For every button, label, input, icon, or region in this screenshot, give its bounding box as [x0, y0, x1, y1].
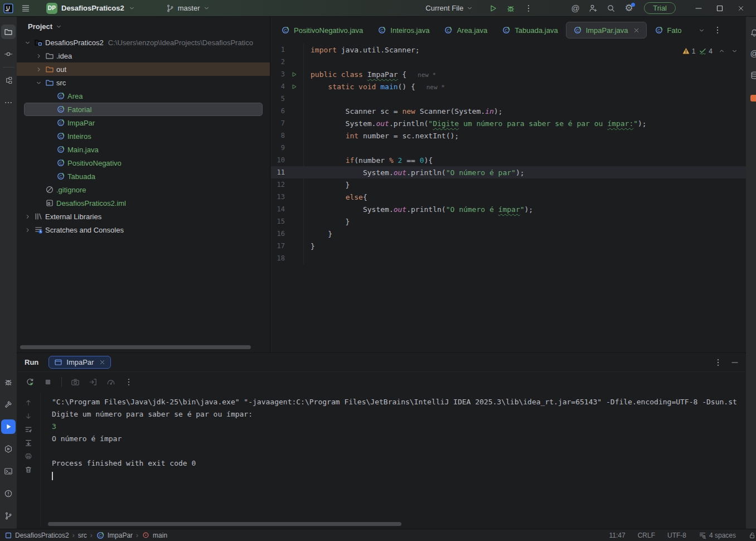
stop-button[interactable]	[43, 378, 52, 387]
run-button[interactable]	[486, 2, 500, 15]
editor-tab[interactable]: CArea.java	[437, 22, 494, 38]
run-tab[interactable]: ImpaPar	[49, 356, 111, 369]
code-line[interactable]: 14 System.out.println("O número é ímpar"…	[271, 203, 746, 215]
chevron-right-icon[interactable]	[24, 226, 34, 234]
previous-problem-icon[interactable]	[718, 47, 725, 55]
code-line[interactable]: 11 System.out.println("O número é par");	[271, 166, 746, 178]
tab-options-kebab-icon[interactable]	[713, 26, 722, 35]
chevron-right-icon[interactable]	[35, 52, 45, 60]
run-panel-options-icon[interactable]	[714, 358, 723, 367]
build-toolwindow-button[interactable]	[1, 397, 16, 412]
inspections-widget[interactable]: 1 4	[682, 47, 738, 55]
project-horizontal-scrollbar[interactable]	[20, 345, 251, 349]
tree-row[interactable]: DesafiosPraticos2.iml	[17, 196, 270, 210]
console-horizontal-scrollbar[interactable]	[48, 522, 401, 526]
readonly-lock-icon[interactable]	[748, 532, 756, 539]
tree-row[interactable]: src	[17, 76, 270, 89]
code-line[interactable]: 12 }	[271, 178, 746, 191]
structure-toolwindow-button[interactable]	[1, 73, 16, 88]
project-toolwindow-button[interactable]	[1, 25, 16, 39]
debug-toolwindow-button[interactable]	[1, 375, 16, 389]
terminal-toolwindow-button[interactable]	[1, 464, 16, 479]
scroll-to-end-icon[interactable]	[25, 439, 32, 447]
search-everywhere-button[interactable]	[604, 2, 618, 15]
clear-console-icon[interactable]	[25, 466, 32, 474]
code-with-me-button[interactable]	[586, 2, 600, 15]
commit-toolwindow-button[interactable]	[1, 47, 16, 61]
close-run-tab-icon[interactable]	[99, 359, 105, 365]
code-line[interactable]: 10 if(number % 2 == 0){	[271, 154, 746, 166]
code-line[interactable]: 16 }	[271, 228, 746, 240]
next-problem-icon[interactable]	[731, 47, 738, 55]
trial-badge[interactable]: Trial	[644, 2, 676, 14]
editor-tab[interactable]: CTabuada.java	[495, 22, 564, 38]
code-line[interactable]: 17}	[271, 240, 746, 252]
tree-row[interactable]: .gitignore	[17, 183, 270, 196]
code-line[interactable]: 3public class ImpaPar { new *	[271, 68, 746, 80]
database-toolwindow-button[interactable]	[747, 68, 756, 83]
run-line-icon[interactable]	[285, 80, 304, 93]
code-line[interactable]: 6 Scanner sc = new Scanner(System.in);	[271, 105, 746, 117]
project-widget[interactable]: DP DesafiosPraticos2	[46, 3, 135, 14]
editor-tab[interactable]: CFato	[648, 22, 691, 38]
window-close-button[interactable]	[733, 2, 749, 15]
editor-tab[interactable]: CPositivoNegativo.java	[274, 22, 370, 38]
tree-row[interactable]: CArea	[17, 89, 270, 103]
code-line[interactable]: 2	[271, 56, 746, 68]
more-actions-button[interactable]	[521, 2, 536, 15]
services-toolwindow-button[interactable]	[1, 442, 16, 456]
run-configuration-selector[interactable]: Current File	[425, 4, 473, 12]
code-line[interactable]: 13 else{	[271, 191, 746, 203]
debug-button[interactable]	[503, 2, 518, 15]
attach-debugger-button[interactable]	[89, 378, 98, 387]
close-tab-icon[interactable]	[633, 27, 639, 33]
editor-tab[interactable]: CInteiros.java	[371, 22, 436, 38]
code-line[interactable]: 5	[271, 93, 746, 105]
encoding-widget[interactable]: UTF-8	[667, 532, 686, 539]
indent-widget[interactable]: 4 spaces	[699, 532, 736, 539]
ai-chat-toolwindow-button[interactable]: @	[747, 46, 756, 60]
run-toolwindow-button[interactable]	[1, 419, 16, 434]
tree-row[interactable]: DesafiosPraticos2C:\Users\enzop\IdeaProj…	[17, 36, 270, 49]
tree-row[interactable]: out	[17, 62, 270, 76]
tree-row[interactable]: CImpaPar	[17, 116, 270, 129]
breadcrumb-item[interactable]: src	[78, 532, 87, 539]
code-line[interactable]: 1import java.util.Scanner;	[271, 44, 746, 56]
code-line[interactable]: 15 }	[271, 215, 746, 228]
next-occurrence-icon[interactable]	[25, 412, 32, 420]
toolbar-more-kebab-icon[interactable]	[124, 378, 133, 387]
ai-assistant-button[interactable]: @	[568, 2, 583, 15]
window-minimize-button[interactable]	[690, 2, 707, 15]
code-line[interactable]: 4 static void main() { new *	[271, 80, 746, 93]
code-editor[interactable]: 1import java.util.Scanner;23public class…	[271, 40, 746, 264]
breadcrumb-item[interactable]: DesafiosPraticos2	[4, 532, 69, 539]
chevron-down-icon[interactable]	[55, 23, 62, 30]
main-menu-button[interactable]	[18, 2, 33, 15]
capture-snapshot-button[interactable]	[71, 378, 80, 387]
tree-row[interactable]: CPositivoNegativo	[17, 156, 270, 170]
tree-row[interactable]: External Libraries	[17, 210, 270, 223]
code-line[interactable]: 8 int number = sc.nextInt();	[271, 129, 746, 142]
problems-toolwindow-button[interactable]	[1, 486, 16, 501]
tree-row[interactable]: CFatorial	[24, 103, 263, 116]
prev-occurrence-icon[interactable]	[25, 399, 32, 407]
print-icon[interactable]	[25, 452, 32, 460]
tree-row[interactable]: .idea	[17, 49, 270, 62]
git-toolwindow-button[interactable]	[1, 509, 16, 523]
editor-tab[interactable]: CImpaPar.java	[566, 22, 647, 38]
rerun-button[interactable]	[26, 378, 35, 387]
tree-row[interactable]: CTabuada	[17, 170, 270, 183]
tree-row[interactable]: CMain.java	[17, 143, 270, 156]
profiler-button[interactable]	[106, 378, 115, 387]
settings-button[interactable]: ⚙	[622, 2, 636, 15]
console-output[interactable]: "C:\Program Files\Java\jdk-25\bin\java.e…	[40, 392, 746, 526]
run-line-icon[interactable]	[285, 68, 304, 80]
soft-wrap-icon[interactable]	[25, 426, 32, 433]
caret-position-widget[interactable]: 11:47	[609, 532, 625, 539]
hide-run-panel-icon[interactable]	[730, 358, 739, 367]
code-line[interactable]: 7 System.out.println("Digite um número p…	[271, 117, 746, 129]
breadcrumb-item[interactable]: main	[142, 531, 167, 539]
tree-row[interactable]: Scratches and Consoles	[17, 223, 270, 236]
chevron-right-icon[interactable]	[24, 213, 34, 220]
plugin-toolwindow-icon[interactable]	[750, 95, 756, 102]
